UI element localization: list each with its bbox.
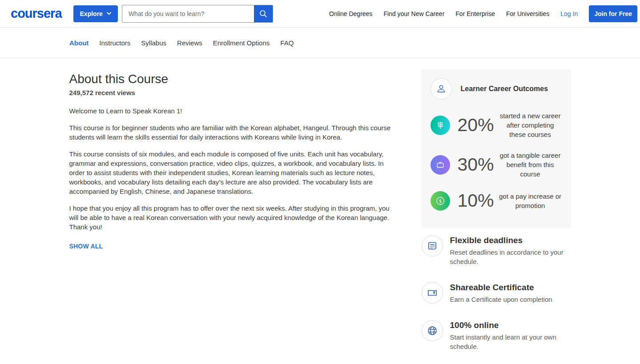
nav-link-universities[interactable]: For Universities	[506, 10, 549, 17]
tab-faq[interactable]: FAQ	[280, 39, 294, 47]
feature-title: Shareable Certificate	[450, 282, 552, 293]
tab-about[interactable]: About	[69, 39, 89, 47]
coursera-logo[interactable]: coursera	[11, 7, 62, 20]
search-button[interactable]	[254, 5, 273, 22]
content-container: About this Course 249,572 recent views W…	[69, 58, 571, 364]
search-input[interactable]	[122, 5, 254, 22]
course-tabbar: About Instructors Syllabus Reviews Enrol…	[0, 28, 640, 58]
tab-syllabus[interactable]: Syllabus	[141, 39, 166, 47]
course-sidebar: Learner Career Outcomes 20% started a ne…	[422, 69, 571, 364]
globe-icon	[422, 320, 443, 341]
page-title: About this Course	[69, 72, 397, 86]
outcome-percent: 20%	[458, 115, 494, 136]
tab-enrollment-options[interactable]: Enrollment Options	[213, 39, 270, 47]
navbar-links: Online Degrees Find your New Career For …	[329, 5, 637, 22]
outcome-percent: 30%	[458, 154, 494, 175]
about-paragraph: This course consists of six modules, and…	[69, 149, 397, 196]
outcome-percent: 10%	[458, 190, 494, 211]
outcome-description: started a new career after completing th…	[494, 111, 562, 139]
feature-title: 100% online	[450, 320, 566, 331]
outcome-row: 20% started a new career after completin…	[431, 111, 562, 139]
calendar-icon	[422, 235, 443, 256]
outcome-description: got a tangible career benefit from this …	[494, 151, 562, 179]
about-paragraph: Welcome to Learn to Speak Korean 1!	[69, 106, 397, 116]
feature-flexible-deadlines: Flexible deadlines Reset deadlines in ac…	[422, 235, 571, 266]
signpost-icon	[431, 116, 450, 135]
about-paragraph: This course is for beginner students who…	[69, 123, 397, 142]
show-all-link[interactable]: SHOW ALL	[69, 243, 103, 250]
outcome-row: 30% got a tangible career benefit from t…	[431, 151, 562, 179]
learner-career-outcomes-card: Learner Career Outcomes 20% started a ne…	[422, 69, 571, 228]
top-navbar: coursera Explore Online Degrees Find you…	[0, 0, 640, 28]
dollar-icon: $	[431, 191, 450, 211]
tab-reviews[interactable]: Reviews	[177, 39, 202, 47]
log-in-link[interactable]: Log In	[560, 10, 578, 17]
nav-link-online-degrees[interactable]: Online Degrees	[329, 10, 372, 17]
search-bar	[122, 5, 273, 23]
outcome-description: got a pay increase or promotion	[494, 192, 562, 210]
feature-description: Start instantly and learn at your own sc…	[450, 332, 566, 351]
briefcase-icon	[431, 155, 450, 175]
feature-title: Flexible deadlines	[450, 235, 566, 246]
feature-shareable-certificate: Shareable Certificate Earn a Certificate…	[422, 282, 571, 304]
feature-online: 100% online Start instantly and learn at…	[422, 320, 571, 351]
recent-views: 249,572 recent views	[69, 89, 397, 96]
about-section: About this Course 249,572 recent views W…	[69, 69, 397, 364]
nav-link-enterprise[interactable]: For Enterprise	[455, 10, 495, 17]
person-icon	[431, 78, 452, 100]
outcomes-header: Learner Career Outcomes	[431, 78, 562, 100]
explore-label: Explore	[80, 10, 103, 17]
feature-description: Earn a Certificate upon completion	[450, 295, 552, 304]
outcomes-title: Learner Career Outcomes	[461, 85, 548, 93]
outcome-row: $ 10% got a pay increase or promotion	[431, 190, 562, 211]
tab-instructors[interactable]: Instructors	[99, 39, 130, 47]
join-for-free-button[interactable]: Join for Free	[589, 5, 637, 22]
feature-description: Reset deadlines in accordance to your sc…	[450, 248, 566, 266]
chevron-down-icon	[107, 12, 111, 15]
svg-text:$: $	[439, 198, 442, 203]
certificate-icon	[422, 282, 443, 304]
about-paragraph: I hope that you enjoy all this program h…	[69, 204, 397, 232]
search-icon	[259, 10, 267, 18]
nav-link-find-career[interactable]: Find your New Career	[383, 10, 444, 17]
explore-button[interactable]: Explore	[73, 5, 118, 22]
